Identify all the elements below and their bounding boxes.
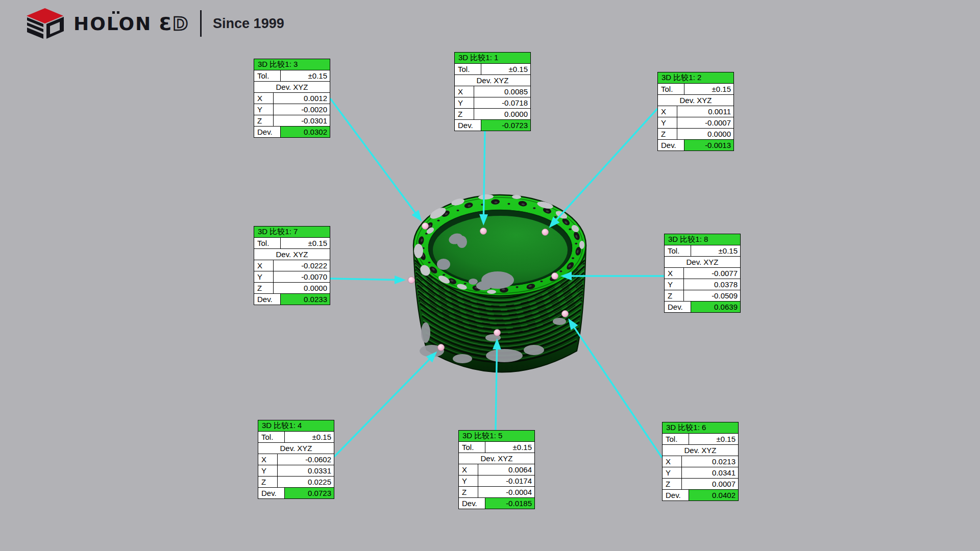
x-deviation-value: -0.0077 (684, 268, 740, 279)
z-deviation-row: Z 0.0000 (455, 109, 530, 120)
z-axis-label: Z (455, 109, 474, 119)
tolerance-label: Tol. (258, 432, 285, 442)
tolerance-label: Tol. (663, 434, 689, 444)
tolerance-label: Tol. (665, 245, 691, 256)
deviation-xyz-header: Dev. XYZ (455, 75, 530, 86)
z-deviation-value: -0.0509 (684, 290, 740, 301)
z-axis-label: Z (459, 487, 478, 497)
deviation-xyz-header: Dev. XYZ (459, 453, 534, 464)
brand-3-glyph: 3 (159, 13, 172, 34)
annotation-title[interactable]: 3D 比较1: 7 (254, 227, 330, 238)
deviation-xyz-header: Dev. XYZ (254, 82, 330, 93)
tolerance-row: Tol. ±0.15 (254, 238, 330, 249)
deviation-row: Dev. 0.0302 (254, 127, 330, 137)
deviation-label: Dev. (455, 120, 481, 131)
deviation-value: 0.0233 (281, 294, 330, 305)
x-deviation-row: X 0.0064 (459, 464, 534, 475)
tolerance-label: Tol. (658, 84, 684, 94)
deviation-row: Dev. 0.0639 (665, 302, 740, 312)
x-deviation-row: X -0.0602 (258, 454, 334, 465)
x-deviation-row: X -0.0222 (254, 260, 330, 271)
app-header: HOLON 3 D Since 1999 (24, 7, 284, 40)
viewport[interactable]: HOLON 3 D Since 1999 (0, 0, 980, 551)
z-deviation-value: -0.0004 (478, 487, 534, 497)
annotation-table-1[interactable]: 3D 比较1: 1 Tol. ±0.15 Dev. XYZ X 0.0085 Y… (454, 52, 531, 131)
deviation-value: 0.0723 (285, 488, 334, 498)
z-deviation-value: 0.0000 (474, 109, 530, 119)
z-deviation-row: Z -0.0004 (459, 487, 534, 498)
brand-d-glyph: D (173, 13, 188, 34)
y-deviation-row: Y 0.0378 (665, 279, 740, 290)
x-deviation-value: -0.0222 (274, 260, 330, 271)
z-deviation-value: 0.0225 (278, 477, 334, 487)
annotation-table-6[interactable]: 3D 比较1: 6 Tol. ±0.15 Dev. XYZ X 0.0213 Y… (662, 422, 739, 501)
annotation-title[interactable]: 3D 比较1: 8 (665, 234, 740, 245)
tolerance-row: Tol. ±0.15 (455, 64, 530, 75)
x-axis-label: X (254, 260, 274, 271)
z-deviation-row: Z 0.0225 (258, 477, 334, 488)
x-axis-label: X (455, 86, 474, 97)
deviation-row: Dev. 0.0723 (258, 488, 334, 498)
deviation-xyz-header: Dev. XYZ (658, 95, 733, 106)
y-axis-label: Y (254, 104, 274, 115)
annotation-table-8[interactable]: 3D 比较1: 8 Tol. ±0.15 Dev. XYZ X -0.0077 … (664, 234, 741, 313)
x-deviation-value: 0.0064 (478, 464, 534, 475)
y-deviation-value: -0.0020 (274, 104, 330, 115)
annotation-title[interactable]: 3D 比较1: 3 (254, 59, 330, 70)
annotation-table-5[interactable]: 3D 比较1: 5 Tol. ±0.15 Dev. XYZ X 0.0064 Y… (458, 430, 535, 509)
deviation-value: -0.0723 (481, 120, 530, 131)
deviation-row: Dev. 0.0402 (663, 490, 738, 500)
z-deviation-row: Z 0.0000 (658, 129, 733, 140)
annotation-title[interactable]: 3D 比较1: 5 (459, 431, 534, 442)
deviation-label: Dev. (665, 302, 691, 312)
y-deviation-row: Y -0.0020 (254, 104, 330, 115)
tolerance-value: ±0.15 (281, 70, 330, 81)
x-axis-label: X (258, 454, 278, 465)
annotation-table-7[interactable]: 3D 比较1: 7 Tol. ±0.15 Dev. XYZ X -0.0222 … (254, 226, 330, 305)
z-deviation-row: Z 0.0007 (663, 479, 738, 490)
tolerance-row: Tol. ±0.15 (665, 245, 740, 257)
x-deviation-row: X 0.0213 (663, 456, 738, 467)
tolerance-value: ±0.15 (481, 64, 530, 74)
tolerance-value: ±0.15 (281, 238, 330, 248)
x-axis-label: X (663, 456, 682, 467)
tolerance-row: Tol. ±0.15 (459, 442, 534, 453)
z-axis-label: Z (658, 129, 677, 139)
brand-tagline: Since 1999 (213, 16, 284, 32)
tolerance-row: Tol. ±0.15 (254, 70, 330, 82)
z-deviation-row: Z 0.0000 (254, 283, 330, 294)
tolerance-label: Tol. (254, 238, 281, 248)
y-deviation-row: Y 0.0331 (258, 465, 334, 477)
tolerance-label: Tol. (254, 70, 281, 81)
z-axis-label: Z (254, 115, 274, 126)
x-axis-label: X (459, 464, 478, 475)
annotation-title[interactable]: 3D 比较1: 1 (455, 53, 530, 64)
y-deviation-row: Y -0.0007 (658, 117, 733, 129)
header-divider (200, 10, 202, 37)
annotation-table-3[interactable]: 3D 比较1: 3 Tol. ±0.15 Dev. XYZ X 0.0012 Y… (254, 59, 330, 138)
y-deviation-value: -0.0070 (274, 271, 330, 282)
x-deviation-row: X 0.0012 (254, 93, 330, 104)
annotation-title[interactable]: 3D 比较1: 6 (663, 422, 738, 434)
z-axis-label: Z (663, 479, 682, 489)
tolerance-row: Tol. ±0.15 (658, 84, 733, 95)
y-deviation-value: -0.0174 (478, 475, 534, 486)
annotation-title[interactable]: 3D 比较1: 2 (658, 72, 733, 84)
annotation-title[interactable]: 3D 比较1: 4 (258, 420, 334, 432)
tolerance-label: Tol. (459, 442, 485, 453)
tolerance-row: Tol. ±0.15 (663, 434, 738, 445)
deviation-xyz-header: Dev. XYZ (663, 445, 738, 456)
annotation-layer: 3D 比较1: 1 Tol. ±0.15 Dev. XYZ X 0.0085 Y… (0, 0, 980, 551)
annotation-table-2[interactable]: 3D 比较1: 2 Tol. ±0.15 Dev. XYZ X 0.0011 Y… (657, 72, 734, 151)
deviation-xyz-header: Dev. XYZ (665, 257, 740, 268)
x-deviation-row: X -0.0077 (665, 268, 740, 279)
deviation-label: Dev. (258, 488, 285, 498)
tolerance-label: Tol. (455, 64, 481, 74)
annotation-table-4[interactable]: 3D 比较1: 4 Tol. ±0.15 Dev. XYZ X -0.0602 … (258, 420, 334, 499)
x-deviation-value: 0.0012 (274, 93, 330, 104)
deviation-row: Dev. 0.0233 (254, 294, 330, 305)
y-deviation-value: -0.0007 (677, 117, 733, 128)
y-axis-label: Y (254, 271, 274, 282)
x-deviation-value: -0.0602 (278, 454, 334, 465)
deviation-row: Dev. -0.0013 (658, 140, 733, 151)
